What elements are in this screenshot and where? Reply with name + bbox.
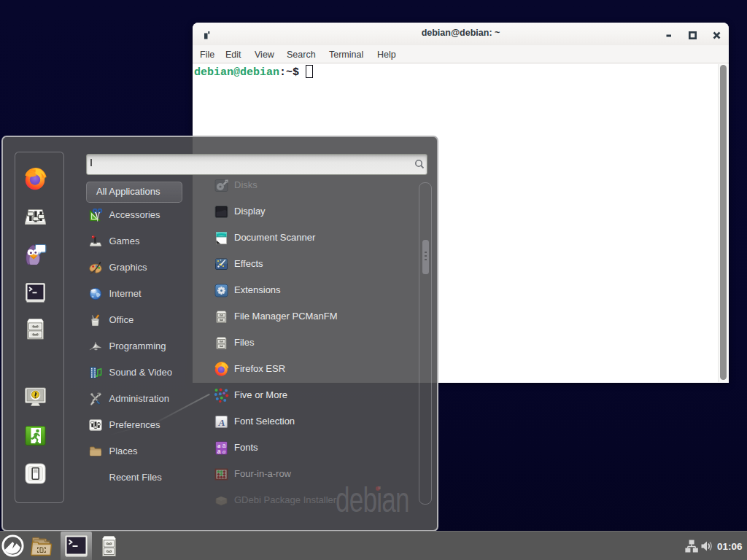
svg-text:a: a <box>222 448 225 455</box>
svg-text:A: A <box>217 417 225 428</box>
svg-text:a: a <box>217 448 221 455</box>
